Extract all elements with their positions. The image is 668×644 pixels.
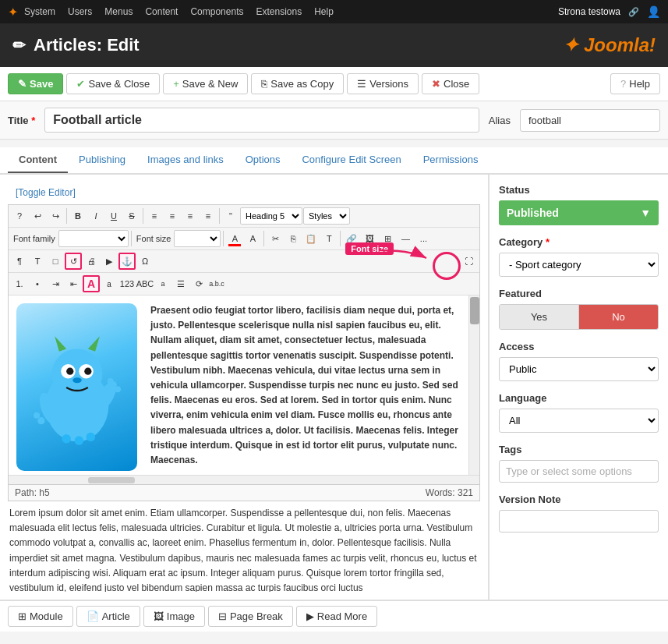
save-button[interactable]: ✎ Save: [8, 73, 63, 94]
close-button[interactable]: ✖ Close: [422, 73, 479, 94]
et-outdent-btn[interactable]: ⇤: [65, 275, 82, 292]
et-anchor-btn[interactable]: ⚓: [118, 253, 136, 270]
nav-components[interactable]: Components: [190, 6, 243, 17]
page-break-button[interactable]: ⊟ Page Break: [208, 606, 293, 627]
language-select[interactable]: All: [499, 409, 659, 433]
et-align-left-btn[interactable]: ≡: [146, 207, 163, 225]
et-num-list-btn[interactable]: 1.: [11, 275, 28, 292]
main-content: [Toggle Editor] Font size: [0, 175, 668, 600]
editor-hscroll-track[interactable]: [9, 475, 479, 484]
tab-permissions[interactable]: Permissions: [412, 147, 490, 173]
image-button[interactable]: 🖼 Image: [143, 606, 205, 627]
featured-toggle: Yes No: [499, 304, 659, 330]
et-blockquote-btn[interactable]: ": [222, 207, 239, 225]
et-redo-btn[interactable]: ↪: [47, 207, 64, 225]
font-family-select[interactable]: [58, 230, 129, 247]
et-font-color-btn[interactable]: A: [226, 230, 243, 247]
site-name[interactable]: Strona testowa: [558, 6, 620, 17]
et-more-btn[interactable]: ...: [415, 230, 432, 247]
nav-content[interactable]: Content: [145, 6, 178, 17]
et-box-btn[interactable]: □: [47, 253, 64, 270]
et-paste-btn[interactable]: 📋: [302, 230, 320, 247]
category-section: Category * - Sport category: [499, 236, 659, 277]
tags-input[interactable]: [499, 460, 659, 483]
et-bullet-list-btn[interactable]: •: [29, 275, 46, 292]
tab-configure-edit[interactable]: Configure Edit Screen: [291, 147, 412, 173]
nav-menus[interactable]: Menus: [104, 6, 133, 17]
et-print-btn[interactable]: 🖨: [83, 253, 100, 270]
module-button[interactable]: ⊞ Module: [8, 606, 73, 627]
et-format-btn[interactable]: T: [29, 253, 46, 270]
save-icon: ✎: [18, 78, 27, 90]
nav-extensions[interactable]: Extensions: [256, 6, 302, 17]
nav-system[interactable]: System: [24, 6, 55, 17]
editor-hscroll-thumb[interactable]: [88, 477, 135, 483]
et-undo-btn[interactable]: ↩: [29, 207, 46, 225]
nav-users[interactable]: Users: [68, 6, 92, 17]
access-select[interactable]: Public: [499, 357, 659, 381]
toggle-editor[interactable]: [Toggle Editor]: [8, 182, 480, 203]
tab-publishing[interactable]: Publishing: [68, 147, 136, 173]
help-button[interactable]: ? Help: [610, 73, 660, 94]
user-icon[interactable]: 👤: [647, 5, 660, 18]
featured-yes-btn[interactable]: Yes: [500, 305, 579, 329]
et-p-btn[interactable]: ¶: [11, 253, 28, 270]
tab-content[interactable]: Content: [8, 147, 68, 173]
status-dropdown[interactable]: Published ▼: [499, 200, 659, 225]
save-copy-button[interactable]: ⎘ Save as Copy: [251, 73, 344, 94]
font-size-select[interactable]: [174, 230, 221, 247]
et-hr-btn[interactable]: —: [397, 230, 414, 247]
nav-help[interactable]: Help: [314, 6, 334, 17]
versions-button[interactable]: ☰ Versions: [347, 73, 419, 94]
version-note-input[interactable]: [499, 510, 659, 533]
styles-select[interactable]: Styles: [303, 207, 350, 225]
alias-input[interactable]: [520, 109, 660, 132]
article-paragraph: Praesent odio feugiat tortor libero, fac…: [150, 303, 461, 471]
et-special-char-btn[interactable]: Ω: [136, 253, 154, 270]
heading-select[interactable]: Heading 5: [240, 207, 302, 225]
et-abbr-btn[interactable]: ABC: [136, 275, 154, 292]
et-text-size-a-btn[interactable]: A: [83, 275, 100, 292]
category-select[interactable]: - Sport category: [499, 253, 659, 277]
edit-icon: ✏: [12, 36, 26, 55]
joomla-flame-icon: ✦: [8, 5, 18, 19]
et-search-btn[interactable]: ⟳: [190, 275, 207, 292]
save-close-button[interactable]: ✔ Save & Close: [66, 73, 160, 94]
et-align-center-btn[interactable]: ≡: [164, 207, 181, 225]
close-icon: ✖: [432, 78, 440, 90]
et-text-size-b-btn[interactable]: a: [101, 275, 118, 292]
et-fullscreen-btn[interactable]: ⛶: [460, 253, 477, 270]
et-number-btn[interactable]: 123: [118, 275, 136, 292]
et-help-btn[interactable]: ?: [11, 207, 28, 225]
et-underline-btn[interactable]: U: [105, 207, 122, 225]
tab-images-links[interactable]: Images and links: [136, 147, 235, 173]
et-cut-btn[interactable]: ✂: [267, 230, 284, 247]
article-button[interactable]: 📄 Article: [76, 606, 140, 627]
et-paste-text-btn[interactable]: T: [320, 230, 338, 247]
header-title-group: ✏ Articles: Edit: [12, 35, 140, 55]
editor-scrollbar-thumb[interactable]: [470, 297, 479, 324]
et-justify-btn[interactable]: ≡: [200, 207, 217, 225]
external-link-icon: 🔗: [628, 7, 639, 17]
et-indent-btn[interactable]: ⇥: [47, 275, 64, 292]
tab-options[interactable]: Options: [235, 147, 292, 173]
et-bold-btn[interactable]: B: [69, 207, 87, 225]
et-rotate-btn[interactable]: ↺: [65, 253, 82, 270]
et-align-right-btn[interactable]: ≡: [182, 207, 199, 225]
article-image: [16, 303, 141, 471]
et-strikethrough-btn[interactable]: S: [123, 207, 140, 225]
et-char-map-btn[interactable]: ☰: [172, 275, 189, 292]
left-panel: [Toggle Editor] Font size: [0, 175, 489, 600]
title-input[interactable]: [44, 108, 479, 133]
et-media-btn[interactable]: ▶: [101, 253, 118, 270]
et-italic-btn[interactable]: I: [87, 207, 104, 225]
et-small-a-btn[interactable]: a: [154, 275, 171, 292]
et-abc-btn[interactable]: a.b.c: [208, 275, 225, 292]
et-highlight-btn[interactable]: A: [244, 230, 261, 247]
save-new-button[interactable]: + Save & New: [163, 73, 248, 94]
editor-scrollbar-track[interactable]: [468, 295, 479, 475]
read-more-button[interactable]: ▶ Read More: [296, 606, 377, 627]
featured-no-btn[interactable]: No: [579, 305, 658, 329]
et-copy-btn[interactable]: ⎘: [285, 230, 302, 247]
editor-text-area[interactable]: Praesent odio feugiat tortor libero, fac…: [9, 295, 468, 475]
